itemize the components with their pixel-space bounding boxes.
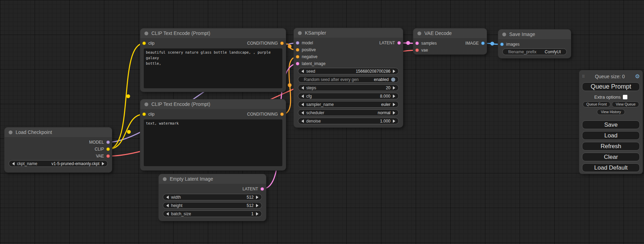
- collapse-dot-icon[interactable]: [502, 33, 506, 36]
- conditioning-port-dot[interactable]: [296, 48, 299, 52]
- output-port-latent[interactable]: LATENT: [379, 40, 401, 45]
- output-port-conditioning[interactable]: CONDITIONING: [247, 112, 284, 117]
- output-port-vae[interactable]: VAE: [96, 154, 110, 159]
- clip-port-dot[interactable]: [142, 112, 146, 116]
- model-port-dot[interactable]: [296, 41, 299, 45]
- random-seed-toggle[interactable]: Random seed after every gen enabled: [298, 76, 399, 83]
- node-graph-canvas[interactable]: Load Checkpoint MODEL CLIP VAE: [0, 0, 644, 244]
- clip-port-dot[interactable]: [142, 42, 146, 45]
- increment-arrow-icon[interactable]: [102, 162, 104, 165]
- image-port-dot[interactable]: [500, 43, 504, 46]
- latent-port-dot[interactable]: [397, 41, 401, 45]
- decrement-arrow-icon[interactable]: [301, 103, 304, 106]
- node-title-bar[interactable]: CLIP Text Encode (Prompt): [140, 99, 286, 109]
- node-empty-latent-image[interactable]: Empty Latent Image LATENT width 512 heig…: [159, 174, 266, 221]
- collapse-dot-icon[interactable]: [144, 31, 148, 35]
- width-widget[interactable]: width 512: [163, 194, 262, 200]
- node-title-bar[interactable]: VAE Decode: [413, 28, 487, 38]
- height-widget[interactable]: height 512: [163, 202, 262, 209]
- gear-icon[interactable]: ⚙: [635, 74, 640, 79]
- collapse-dot-icon[interactable]: [298, 31, 302, 35]
- decrement-arrow-icon[interactable]: [12, 162, 15, 165]
- denoise-widget[interactable]: denoise 1.000: [298, 118, 399, 124]
- view-queue-button[interactable]: View Queue: [612, 101, 639, 107]
- input-port-positive[interactable]: positive: [296, 47, 316, 52]
- increment-arrow-icon[interactable]: [393, 103, 395, 106]
- input-port-images[interactable]: images: [500, 42, 520, 47]
- steps-widget[interactable]: steps 20: [298, 84, 399, 91]
- filename-prefix-widget[interactable]: filename_prefix ComfyUI: [502, 48, 567, 55]
- model-port-dot[interactable]: [106, 141, 110, 144]
- node-vae-decode[interactable]: VAE Decode samples IMAGE vae: [413, 28, 487, 54]
- ckpt-name-widget[interactable]: ckpt_name v1-5-pruned-emaonly.ckpt: [9, 160, 108, 167]
- latent-port-dot[interactable]: [296, 62, 299, 65]
- node-clip-text-encode-positive[interactable]: CLIP Text Encode (Prompt) clip CONDITION…: [140, 28, 286, 92]
- latent-port-dot[interactable]: [415, 42, 419, 45]
- increment-arrow-icon[interactable]: [393, 119, 395, 123]
- input-port-clip[interactable]: clip: [142, 112, 155, 117]
- node-title-bar[interactable]: Empty Latent Image: [159, 174, 266, 184]
- input-port-vae[interactable]: vae: [415, 48, 428, 53]
- increment-arrow-icon[interactable]: [393, 94, 395, 98]
- decrement-arrow-icon[interactable]: [166, 212, 169, 216]
- output-port-clip[interactable]: CLIP: [95, 147, 110, 152]
- node-title-bar[interactable]: CLIP Text Encode (Prompt): [140, 28, 286, 38]
- decrement-arrow-icon[interactable]: [166, 204, 169, 207]
- decrement-arrow-icon[interactable]: [166, 196, 169, 199]
- seed-widget[interactable]: seed 156680208700286: [298, 68, 399, 74]
- collapse-dot-icon[interactable]: [144, 102, 148, 106]
- refresh-button[interactable]: Refresh: [582, 142, 640, 151]
- conditioning-port-dot[interactable]: [280, 112, 284, 116]
- load-default-button[interactable]: Load Default: [582, 163, 640, 172]
- load-button[interactable]: Load: [582, 131, 640, 140]
- drag-handle-icon[interactable]: ⠿: [582, 75, 585, 79]
- input-port-model[interactable]: model: [296, 40, 313, 45]
- positive-prompt-textarea[interactable]: beautiful scenery nature glass bottle la…: [144, 48, 282, 88]
- collapse-dot-icon[interactable]: [163, 177, 167, 181]
- decrement-arrow-icon[interactable]: [301, 70, 304, 73]
- increment-arrow-icon[interactable]: [256, 212, 258, 216]
- input-port-negative[interactable]: negative: [296, 54, 317, 59]
- conditioning-port-dot[interactable]: [280, 42, 284, 45]
- queue-front-button[interactable]: Queue Front: [583, 101, 611, 107]
- input-port-samples[interactable]: samples: [415, 41, 437, 46]
- clear-button[interactable]: Clear: [582, 153, 640, 161]
- latent-port-dot[interactable]: [261, 187, 264, 191]
- node-title-bar[interactable]: Save Image: [498, 29, 571, 39]
- vae-port-dot[interactable]: [415, 48, 419, 52]
- collapse-dot-icon[interactable]: [9, 130, 12, 134]
- extra-options-checkbox[interactable]: [623, 95, 627, 99]
- node-save-image[interactable]: Save Image images filename_prefix ComfyU…: [498, 29, 571, 58]
- image-port-dot[interactable]: [481, 42, 485, 45]
- conditioning-port-dot[interactable]: [296, 55, 299, 58]
- node-title-bar[interactable]: Load Checkpoint: [5, 127, 112, 137]
- increment-arrow-icon[interactable]: [256, 204, 258, 207]
- decrement-arrow-icon[interactable]: [301, 119, 304, 123]
- input-port-clip[interactable]: clip: [142, 41, 155, 46]
- decrement-arrow-icon[interactable]: [301, 94, 304, 98]
- batch-size-widget[interactable]: batch_size 1: [163, 210, 262, 217]
- node-clip-text-encode-negative[interactable]: CLIP Text Encode (Prompt) clip CONDITION…: [140, 99, 286, 170]
- scheduler-widget[interactable]: scheduler normal: [298, 109, 399, 116]
- queue-prompt-button[interactable]: Queue Prompt: [582, 82, 640, 91]
- node-load-checkpoint[interactable]: Load Checkpoint MODEL CLIP VAE: [5, 127, 112, 172]
- increment-arrow-icon[interactable]: [256, 196, 258, 199]
- sampler-name-widget[interactable]: sampler_name euler: [298, 101, 399, 108]
- save-button[interactable]: Save: [582, 120, 640, 129]
- node-ksampler[interactable]: KSampler model LATENT positive: [294, 28, 403, 127]
- node-title-bar[interactable]: KSampler: [294, 28, 403, 38]
- view-history-button[interactable]: View History: [597, 109, 625, 115]
- decrement-arrow-icon[interactable]: [301, 111, 304, 115]
- negative-prompt-textarea[interactable]: text, watermark: [144, 119, 282, 166]
- output-port-model[interactable]: MODEL: [89, 140, 110, 145]
- output-port-image[interactable]: IMAGE: [465, 41, 485, 46]
- input-port-latent-image[interactable]: latent_image: [296, 61, 326, 66]
- toggle-knob[interactable]: [391, 78, 395, 82]
- vae-port-dot[interactable]: [106, 154, 110, 158]
- increment-arrow-icon[interactable]: [393, 70, 395, 73]
- cfg-widget[interactable]: cfg 8.000: [298, 93, 399, 99]
- collapse-dot-icon[interactable]: [417, 31, 421, 35]
- decrement-arrow-icon[interactable]: [301, 86, 304, 90]
- increment-arrow-icon[interactable]: [393, 111, 395, 115]
- output-port-latent[interactable]: LATENT: [242, 187, 264, 191]
